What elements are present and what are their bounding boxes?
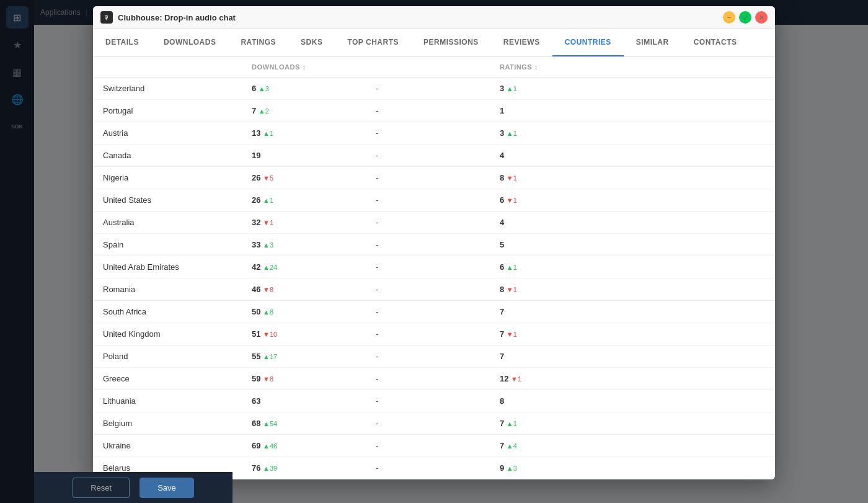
ratings-rank: 12 1 — [490, 368, 614, 390]
downloads-change-val: 1 — [270, 219, 273, 226]
downloads-rank: 68 54 — [242, 412, 366, 435]
tab-details[interactable]: DETAILS — [93, 29, 151, 56]
table-row: Belgium68 54-7 1 — [93, 412, 775, 435]
extra-cell — [614, 301, 775, 323]
country-name: Ukraine — [93, 435, 242, 457]
bottom-bar: Reset Save — [34, 472, 232, 503]
extra-cell — [614, 122, 775, 145]
ratings-dash: - — [366, 301, 490, 323]
col-empty1 — [366, 57, 490, 78]
tab-permissions[interactable]: PERMISSIONS — [411, 29, 491, 56]
ratings-change-val: 1 — [513, 197, 517, 204]
ratings-change-icon — [511, 375, 518, 383]
ratings-dash: - — [366, 189, 490, 211]
downloads-change-val: 2 — [265, 107, 269, 115]
ratings-dash: - — [366, 390, 490, 412]
downloads-rank: 63 — [242, 390, 366, 412]
tab-similar[interactable]: SIMILAR — [624, 29, 681, 56]
ratings-change-icon — [507, 420, 513, 427]
downloads-change-icon — [263, 286, 270, 293]
ratings-dash: - — [366, 412, 490, 435]
ratings-rank: 7 — [490, 301, 614, 323]
minimize-button[interactable]: − — [723, 11, 735, 24]
downloads-change-val: 10 — [270, 331, 277, 338]
ratings-dash: - — [366, 78, 490, 100]
downloads-change-icon — [263, 353, 270, 360]
country-name: Australia — [93, 211, 242, 234]
downloads-change-icon — [263, 308, 270, 316]
country-name: Austria — [93, 122, 242, 145]
downloads-change-val: 3 — [270, 241, 273, 249]
col-empty2 — [614, 57, 775, 78]
ratings-change-icon — [507, 130, 513, 137]
ratings-change-val: 1 — [518, 375, 521, 383]
downloads-change-val: 39 — [270, 465, 277, 472]
save-button[interactable]: Save — [140, 478, 194, 498]
downloads-rank: 26 1 — [242, 189, 366, 211]
ratings-dash: - — [366, 435, 490, 457]
tab-sdks[interactable]: SDKs — [288, 29, 335, 56]
ratings-change-icon — [507, 85, 513, 92]
downloads-rank: 19 — [242, 145, 366, 167]
downloads-change-val: 1 — [270, 130, 273, 137]
table-row: United Kingdom51 10-7 1 — [93, 323, 775, 345]
table-header-row: DOWNLOADS ↕ RATINGS ↕ — [93, 57, 775, 78]
downloads-change-val: 8 — [270, 286, 273, 293]
ratings-dash: - — [366, 278, 490, 301]
tab-downloads[interactable]: DOWNLOADS — [151, 29, 229, 56]
ratings-rank: 8 1 — [490, 278, 614, 301]
table-row: Canada19-4 — [93, 145, 775, 167]
downloads-change-icon — [263, 264, 270, 271]
tab-ratings[interactable]: RATINGS — [228, 29, 288, 56]
table-row: United States26 1-6 1 — [93, 189, 775, 211]
ratings-change-icon — [507, 465, 513, 472]
country-name: Romania — [93, 278, 242, 301]
ratings-change-val: 4 — [513, 442, 517, 450]
country-name: Portugal — [93, 100, 242, 122]
tab-top-charts[interactable]: TOP CHARTS — [335, 29, 411, 56]
ratings-change-val: 1 — [513, 286, 517, 293]
downloads-rank: 46 8 — [242, 278, 366, 301]
country-name: Canada — [93, 145, 242, 167]
ratings-rank: 5 — [490, 234, 614, 256]
downloads-change-val: 8 — [270, 308, 273, 316]
ratings-change-icon — [507, 174, 513, 182]
downloads-change-val: 1 — [270, 197, 273, 204]
ratings-rank: 7 1 — [490, 323, 614, 345]
reset-button[interactable]: Reset — [73, 478, 130, 498]
table-row: Portugal7 2-1 — [93, 100, 775, 122]
col-ratings[interactable]: RATINGS ↕ — [490, 57, 614, 78]
tab-countries[interactable]: COUNTRIES — [552, 29, 624, 56]
ratings-dash: - — [366, 368, 490, 390]
tab-reviews[interactable]: REVIEWS — [491, 29, 552, 56]
tab-contacts[interactable]: CONTACTS — [681, 29, 750, 56]
ratings-change-val: 1 — [513, 85, 517, 92]
ratings-rank: 8 1 — [490, 167, 614, 189]
downloads-change-icon — [263, 375, 270, 383]
ratings-rank: 7 1 — [490, 412, 614, 435]
extra-cell — [614, 435, 775, 457]
extra-cell — [614, 189, 775, 211]
downloads-change-val: 54 — [270, 420, 277, 427]
col-downloads[interactable]: DOWNLOADS ↕ — [242, 57, 366, 78]
table-container: DOWNLOADS ↕ RATINGS ↕ Switzerland6 3-3 1… — [93, 57, 775, 479]
downloads-rank: 42 24 — [242, 256, 366, 278]
ratings-change-val: 1 — [513, 174, 517, 182]
table-row: United Arab Emirates42 24-6 1 — [93, 256, 775, 278]
downloads-change-icon — [263, 420, 270, 427]
extra-cell — [614, 368, 775, 390]
downloads-change-val: 5 — [270, 174, 273, 182]
downloads-rank: 7 2 — [242, 100, 366, 122]
close-button[interactable]: ✕ — [755, 11, 768, 24]
downloads-change-val: 3 — [265, 85, 269, 92]
ratings-dash: - — [366, 323, 490, 345]
ratings-dash: - — [366, 234, 490, 256]
table-row: Spain33 3-5 — [93, 234, 775, 256]
maximize-button[interactable]: ⤢ — [739, 11, 751, 24]
ratings-rank: 7 4 — [490, 435, 614, 457]
ratings-dash: - — [366, 457, 490, 479]
country-name: Switzerland — [93, 78, 242, 100]
downloads-rank: 51 10 — [242, 323, 366, 345]
extra-cell — [614, 145, 775, 167]
downloads-change-val: 17 — [270, 353, 277, 360]
